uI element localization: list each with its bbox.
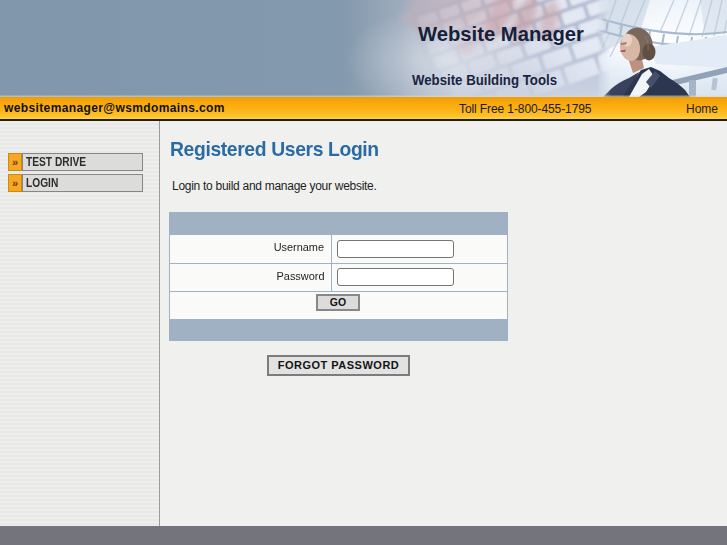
svg-text:Website Manager: Website Manager (418, 22, 584, 45)
svg-text:Website Building Tools: Website Building Tools (412, 71, 557, 88)
